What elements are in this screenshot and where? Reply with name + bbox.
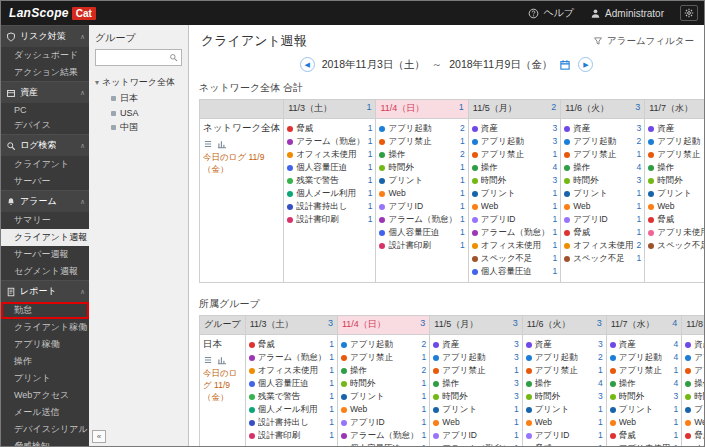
alarm-count-link[interactable]: 1 (552, 239, 557, 252)
alarm-count-link[interactable]: 1 (422, 416, 427, 429)
sidebar-section-header[interactable]: ログ検索∧ (1, 134, 89, 156)
alarm-count-link[interactable]: 1 (636, 187, 641, 200)
collapse-panel-button[interactable]: « (92, 430, 106, 443)
sidebar-item[interactable]: セグメント週報 (1, 263, 89, 280)
alarm-count-link[interactable]: 1 (368, 135, 373, 148)
help-button[interactable]: ヘルプ (528, 6, 574, 20)
alarm-count-link[interactable]: 1 (514, 403, 519, 416)
today-log-link[interactable]: 今日のログ 11/9（金） (203, 151, 280, 175)
alarm-count-link[interactable]: 1 (552, 213, 557, 226)
alarm-count-link[interactable]: 2 (460, 122, 465, 135)
alarm-count-link[interactable]: 2 (460, 148, 465, 161)
alarm-count-link[interactable]: 1 (552, 226, 557, 239)
alarm-count-link[interactable]: 1 (329, 364, 334, 377)
alarm-count-link[interactable]: 1 (368, 200, 373, 213)
alarm-count-link[interactable]: 4 (674, 377, 679, 390)
today-log-link[interactable]: 今日のログ 11/9（金） (203, 367, 242, 403)
alarm-count-link[interactable]: 1 (636, 200, 641, 213)
alarm-count-link[interactable]: 2 (636, 135, 641, 148)
user-menu[interactable]: Administrator (590, 8, 664, 19)
tree-node[interactable]: 中国 (95, 118, 182, 134)
alarm-count-link[interactable]: 3 (514, 390, 519, 403)
alarm-count-link[interactable]: 3 (636, 174, 641, 187)
alarm-count-link[interactable]: 3 (552, 174, 557, 187)
prev-week-button[interactable]: ◀ (300, 57, 315, 72)
sidebar-item[interactable]: サーバー (1, 173, 89, 190)
alarm-count-link[interactable]: 3 (598, 390, 603, 403)
group-search-input[interactable] (99, 53, 169, 63)
alarm-count-link[interactable]: 4 (636, 161, 641, 174)
alarm-count-link[interactable]: 1 (460, 226, 465, 239)
alarm-count-link[interactable]: 2 (422, 364, 427, 377)
sidebar-item[interactable]: 操作 (1, 353, 89, 370)
alarm-count-link[interactable]: 3 (674, 390, 679, 403)
alarm-count-link[interactable]: 1 (460, 187, 465, 200)
alarm-count-link[interactable]: 1 (598, 442, 603, 446)
alarm-count-link[interactable]: 1 (422, 351, 427, 364)
sidebar-item[interactable]: クライアント (1, 156, 89, 173)
alarm-count-link[interactable]: 2 (636, 239, 641, 252)
alarm-count-link[interactable]: 3 (514, 338, 519, 351)
settings-button[interactable] (680, 5, 698, 21)
sidebar-section-header[interactable]: 資産∧ (1, 81, 89, 103)
sidebar-item[interactable]: デバイスシリアル (1, 421, 89, 438)
alarm-count-link[interactable]: 1 (636, 226, 641, 239)
list-icon[interactable] (203, 355, 213, 365)
alarm-count-link[interactable]: 1 (598, 416, 603, 429)
alarm-count-link[interactable]: 3 (598, 338, 603, 351)
alarm-count-link[interactable]: 1 (460, 174, 465, 187)
sidebar-item[interactable]: ダッシュボード (1, 47, 89, 64)
alarm-count-link[interactable]: 1 (552, 187, 557, 200)
alarm-count-link[interactable]: 3 (552, 135, 557, 148)
sidebar-section-header[interactable]: レポート∧ (1, 280, 89, 302)
alarm-count-link[interactable]: 1 (674, 403, 679, 416)
alarm-count-link[interactable]: 1 (422, 442, 427, 446)
alarm-count-link[interactable]: 1 (422, 429, 427, 442)
sidebar-section-header[interactable]: アラーム∧ (1, 190, 89, 212)
sidebar-item[interactable]: プリント (1, 370, 89, 387)
sidebar-item[interactable]: クライアント稼働 (1, 319, 89, 336)
alarm-count-link[interactable]: 4 (598, 377, 603, 390)
alarm-count-link[interactable]: 1 (636, 252, 641, 265)
tree-node-root[interactable]: ▾ ネットワーク全体 (95, 76, 182, 89)
sidebar-item[interactable]: サマリー (1, 212, 89, 229)
alarm-count-link[interactable]: 1 (552, 148, 557, 161)
alarm-count-link[interactable]: 1 (422, 377, 427, 390)
alarm-count-link[interactable]: 1 (636, 213, 641, 226)
alarm-count-link[interactable]: 1 (460, 200, 465, 213)
alarm-count-link[interactable]: 1 (368, 174, 373, 187)
list-icon[interactable] (203, 139, 213, 149)
alarm-filter-button[interactable]: アラームフィルター (593, 35, 694, 48)
alarm-count-link[interactable]: 1 (368, 122, 373, 135)
chart-icon[interactable] (217, 139, 227, 149)
alarm-count-link[interactable]: 1 (368, 187, 373, 200)
alarm-count-link[interactable]: 1 (329, 338, 334, 351)
alarm-count-link[interactable]: 1 (598, 364, 603, 377)
sidebar-item[interactable]: アプリ稼働 (1, 336, 89, 353)
sidebar-item[interactable]: クライアント週報 (1, 229, 89, 246)
chart-icon[interactable] (217, 355, 227, 365)
alarm-count-link[interactable]: 1 (514, 364, 519, 377)
sidebar-item[interactable]: 勤怠 (1, 302, 89, 319)
alarm-count-link[interactable]: 1 (460, 239, 465, 252)
alarm-count-link[interactable]: 1 (598, 429, 603, 442)
sidebar-section-header[interactable]: リスク対策∧ (1, 25, 89, 47)
sidebar-item[interactable]: サーバー週報 (1, 246, 89, 263)
alarm-count-link[interactable]: 1 (552, 265, 557, 278)
alarm-count-link[interactable]: 3 (552, 122, 557, 135)
alarm-count-link[interactable]: 1 (329, 377, 334, 390)
calendar-icon[interactable] (559, 59, 571, 71)
alarm-count-link[interactable]: 1 (368, 161, 373, 174)
sidebar-item[interactable]: PC (1, 103, 89, 117)
sidebar-item[interactable]: デバイス (1, 117, 89, 134)
alarm-count-link[interactable]: 1 (674, 416, 679, 429)
alarm-count-link[interactable]: 3 (514, 351, 519, 364)
sidebar-item[interactable]: メール送信 (1, 404, 89, 421)
alarm-count-link[interactable]: 1 (674, 364, 679, 377)
next-week-button[interactable]: ▶ (578, 57, 593, 72)
tree-node[interactable]: USA (95, 105, 182, 118)
alarm-count-link[interactable]: 1 (598, 403, 603, 416)
alarm-count-link[interactable]: 1 (460, 135, 465, 148)
alarm-count-link[interactable]: 3 (514, 377, 519, 390)
alarm-count-link[interactable]: 2 (598, 351, 603, 364)
